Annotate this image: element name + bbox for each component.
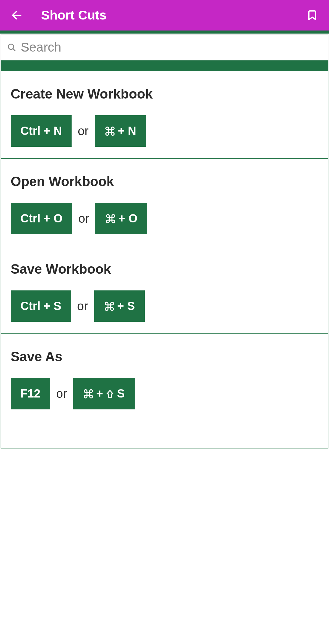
shortcut-key-windows: Ctrl + N [11, 115, 72, 147]
shortcut-keys-row: Ctrl + S or + S [11, 290, 318, 322]
shortcut-title: Save Workbook [11, 261, 318, 277]
shortcut-key-mac: + O [95, 203, 147, 234]
shortcut-key-mac-suffix: + S [117, 300, 135, 313]
shortcut-item[interactable]: Create New Workbook Ctrl + N or + N [1, 71, 328, 159]
shortcut-separator: or [77, 299, 88, 313]
shortcut-key-mac-mid: + [96, 387, 103, 400]
arrow-left-icon [11, 9, 23, 21]
shortcut-keys-row: Ctrl + N or + N [11, 115, 318, 147]
shift-icon [105, 389, 115, 398]
shortcut-item[interactable]: Save Workbook Ctrl + S or + S [1, 246, 328, 334]
app-header: Short Cuts [0, 0, 329, 31]
shortcut-separator: or [78, 124, 89, 138]
search-icon [7, 43, 16, 52]
command-icon [104, 126, 115, 137]
shortcut-item[interactable]: Open Workbook Ctrl + O or + O [1, 159, 328, 246]
shortcut-key-windows: Ctrl + S [11, 290, 71, 322]
command-icon [83, 388, 94, 399]
shortcut-title: Save As [11, 349, 318, 364]
bookmark-button[interactable] [305, 8, 320, 23]
shortcut-key-mac-suffix: + O [119, 212, 137, 225]
shortcut-key-mac-suffix: + N [118, 124, 136, 138]
page-title: Short Cuts [41, 8, 107, 23]
shortcut-key-windows: Ctrl + O [11, 203, 72, 234]
shortcut-keys-row: F12 or + S [11, 378, 318, 409]
shortcut-item[interactable] [1, 421, 328, 448]
shortcut-item[interactable]: Save As F12 or + S [1, 334, 328, 421]
back-button[interactable] [9, 8, 24, 23]
search-input[interactable] [21, 40, 322, 55]
shortcut-keys-row: Ctrl + O or + O [11, 203, 318, 234]
shortcut-key-windows: F12 [11, 378, 50, 409]
shortcut-key-mac-suffix: S [117, 387, 125, 400]
header-accent-band [0, 31, 329, 34]
shortcut-title: Create New Workbook [11, 86, 318, 102]
section-divider [1, 60, 328, 71]
shortcut-key-mac: + N [95, 115, 146, 147]
shortcut-key-mac: + S [73, 378, 135, 409]
search-container [1, 34, 328, 60]
svg-line-2 [13, 49, 15, 51]
shortcut-separator: or [78, 212, 89, 225]
shortcuts-list: Create New Workbook Ctrl + N or + N Open… [1, 71, 328, 448]
shortcut-separator: or [56, 387, 67, 401]
bookmark-icon [306, 9, 318, 21]
shortcut-title: Open Workbook [11, 174, 318, 189]
shortcut-key-mac: + S [94, 290, 145, 322]
command-icon [105, 213, 116, 224]
command-icon [104, 301, 115, 312]
